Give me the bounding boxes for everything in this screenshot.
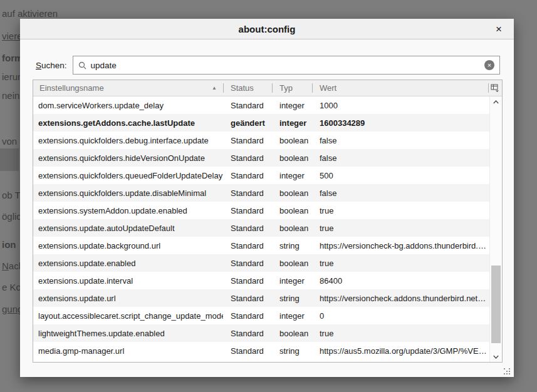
pref-status[interactable]: Standard	[223, 241, 272, 250]
scroll-up-button[interactable]	[490, 96, 502, 107]
table-row[interactable]: extensions.update.background.urlStandard…	[33, 237, 502, 254]
background-text: ob T	[2, 190, 21, 200]
pref-value[interactable]: 86400	[312, 276, 487, 286]
pref-type[interactable]: integer	[272, 311, 312, 321]
pref-status[interactable]: Standard	[223, 101, 272, 110]
search-label: Suchen:	[36, 61, 67, 70]
pref-status[interactable]: Standard	[223, 224, 272, 233]
pref-name[interactable]: extensions.quickfolders.debug.interface.…	[33, 136, 223, 145]
table-row[interactable]: extensions.getAddons.cache.lastUpdategeä…	[33, 114, 502, 132]
pref-type[interactable]: integer	[272, 101, 312, 110]
search-row: Suchen: ×	[36, 56, 500, 75]
pref-status[interactable]: Standard	[223, 153, 272, 163]
pref-type[interactable]: boolean	[272, 206, 312, 215]
table-row[interactable]: media.gmp-manager.urlStandardstringhttps…	[33, 342, 502, 359]
column-picker-button[interactable]	[488, 80, 502, 96]
pref-name[interactable]: extensions.getAddons.cache.lastUpdate	[33, 118, 223, 128]
pref-value[interactable]: true	[312, 224, 487, 233]
pref-type[interactable]: string	[272, 346, 312, 356]
pref-status[interactable]: Standard	[223, 259, 272, 268]
table-row[interactable]: extensions.quickfolders.queuedFolderUpda…	[33, 167, 502, 184]
pref-type[interactable]: boolean	[272, 136, 312, 145]
pref-value[interactable]: 1600334289	[312, 118, 487, 128]
table-row[interactable]: extensions.quickfolders.update.disableMi…	[33, 184, 502, 202]
pref-value[interactable]: true	[312, 259, 487, 268]
column-header-name[interactable]: Einstellungsname ▲	[33, 80, 223, 96]
pref-status[interactable]: Standard	[223, 188, 272, 198]
pref-name[interactable]: lightweightThemes.update.enabled	[33, 329, 223, 338]
scroll-down-button[interactable]	[490, 351, 502, 362]
pref-type[interactable]: string	[272, 294, 312, 303]
pref-status[interactable]: Standard	[223, 294, 272, 303]
magnifier-icon	[78, 61, 86, 70]
pref-status[interactable]: Standard	[223, 206, 272, 215]
pref-value[interactable]: true	[312, 206, 487, 215]
pref-value[interactable]: https://aus5.mozilla.org/update/3/GMP/%V…	[312, 346, 487, 356]
background-text: viere	[2, 31, 23, 41]
clear-search-icon[interactable]: ×	[484, 60, 494, 70]
pref-status[interactable]: geändert	[223, 118, 272, 128]
pref-value[interactable]: 1000	[312, 101, 487, 110]
pref-value[interactable]: 500	[312, 171, 487, 180]
pref-value[interactable]: true	[312, 329, 487, 338]
pref-type[interactable]: boolean	[272, 153, 312, 163]
chevron-up-icon	[493, 100, 499, 104]
scrollbar-thumb[interactable]	[491, 266, 501, 343]
pref-value[interactable]: false	[312, 153, 487, 163]
column-header-status[interactable]: Status	[223, 80, 272, 96]
pref-type[interactable]: boolean	[272, 259, 312, 268]
pref-status[interactable]: Standard	[223, 311, 272, 321]
table-row[interactable]: extensions.update.urlStandardstringhttps…	[33, 289, 502, 307]
pref-type[interactable]: boolean	[272, 188, 312, 198]
resize-grip[interactable]	[504, 368, 505, 369]
column-header-wert[interactable]: Wert	[312, 80, 488, 96]
search-input[interactable]	[91, 61, 484, 70]
pref-type[interactable]: string	[272, 241, 312, 250]
pref-type[interactable]: boolean	[272, 224, 312, 233]
table-header: Einstellungsname ▲ Status Typ Wert	[33, 80, 502, 96]
pref-type[interactable]: integer	[272, 276, 312, 286]
pref-value[interactable]: https://versioncheck.addons.thunderbird.…	[312, 294, 487, 303]
pref-status[interactable]: Standard	[223, 171, 272, 180]
pref-name[interactable]: dom.serviceWorkers.update_delay	[33, 101, 223, 110]
pref-name[interactable]: extensions.quickfolders.update.disableMi…	[33, 188, 223, 198]
close-icon[interactable]: ×	[490, 19, 508, 39]
pref-name[interactable]: media.gmp-manager.url	[33, 346, 223, 356]
about-config-dialog: about:config × Suchen: × Einstellungsnam…	[20, 19, 514, 377]
pref-name[interactable]: extensions.update.url	[33, 294, 223, 303]
pref-name[interactable]: extensions.quickfolders.queuedFolderUpda…	[33, 171, 223, 180]
table-row[interactable]: extensions.update.autoUpdateDefaultStand…	[33, 219, 502, 237]
table-row[interactable]: extensions.quickfolders.debug.interface.…	[33, 132, 502, 149]
table-row[interactable]: extensions.systemAddon.update.enabledSta…	[33, 202, 502, 219]
pref-name[interactable]: extensions.quickfolders.hideVersionOnUpd…	[33, 153, 223, 163]
pref-value[interactable]: false	[312, 136, 487, 145]
pref-type[interactable]: integer	[272, 171, 312, 180]
table-row[interactable]: layout.accessiblecaret.script_change_upd…	[33, 307, 502, 324]
pref-status[interactable]: Standard	[223, 346, 272, 356]
pref-name[interactable]: extensions.update.background.url	[33, 241, 223, 250]
pref-status[interactable]: Standard	[223, 276, 272, 286]
pref-status[interactable]: Standard	[223, 329, 272, 338]
pref-name[interactable]: layout.accessiblecaret.script_change_upd…	[33, 311, 223, 321]
pref-value[interactable]: false	[312, 188, 487, 198]
pref-value[interactable]: https://versioncheck-bg.addons.thunderbi…	[312, 241, 487, 250]
table-row[interactable]: extensions.quickfolders.hideVersionOnUpd…	[33, 149, 502, 167]
pref-value[interactable]: 0	[312, 311, 487, 321]
table-row[interactable]: extensions.update.enabledStandardboolean…	[33, 254, 502, 272]
pref-type[interactable]: integer	[272, 118, 312, 128]
vertical-scrollbar[interactable]	[489, 96, 502, 362]
pref-name[interactable]: extensions.update.interval	[33, 276, 223, 286]
background-text: ion	[2, 239, 16, 250]
column-header-typ[interactable]: Typ	[272, 80, 312, 96]
pref-name[interactable]: extensions.systemAddon.update.enabled	[33, 206, 223, 215]
pref-name[interactable]: extensions.update.enabled	[33, 259, 223, 268]
table-body: dom.serviceWorkers.update_delayStandardi…	[33, 96, 502, 363]
pref-status[interactable]: Standard	[223, 136, 272, 145]
pref-name[interactable]: extensions.update.autoUpdateDefault	[33, 224, 223, 233]
table-row[interactable]: lightweightThemes.update.enabledStandard…	[33, 324, 502, 342]
table-row[interactable]: dom.serviceWorkers.update_delayStandardi…	[33, 96, 502, 114]
table-row[interactable]: extensions.update.intervalStandardintege…	[33, 272, 502, 289]
chevron-down-icon	[493, 355, 499, 359]
pref-type[interactable]: boolean	[272, 329, 312, 338]
search-box[interactable]: ×	[73, 56, 500, 75]
